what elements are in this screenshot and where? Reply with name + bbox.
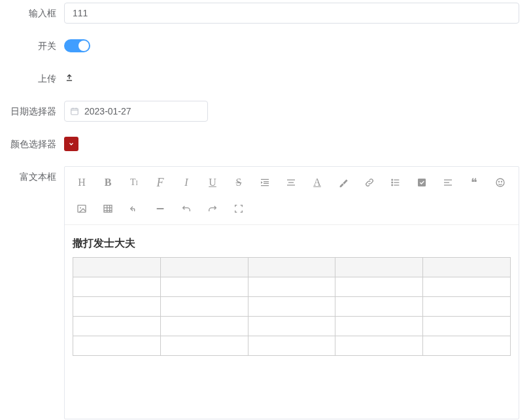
redo-icon[interactable] xyxy=(199,196,226,222)
svg-rect-8 xyxy=(78,205,86,213)
strikethrough-icon[interactable]: S xyxy=(226,169,252,196)
table-cell xyxy=(335,277,423,297)
bold-icon[interactable]: B xyxy=(95,169,121,196)
table-cell xyxy=(248,277,335,297)
table-icon[interactable] xyxy=(95,196,121,222)
font-family-icon[interactable]: F xyxy=(147,169,173,196)
color-picker[interactable] xyxy=(64,137,78,151)
svg-rect-4 xyxy=(418,179,426,186)
svg-point-6 xyxy=(498,181,499,182)
align-left-icon[interactable] xyxy=(435,169,461,196)
svg-point-5 xyxy=(496,179,504,186)
svg-rect-0 xyxy=(71,109,78,114)
richtext-label: 富文本框 xyxy=(9,166,64,187)
quote-icon[interactable]: ❝ xyxy=(461,169,487,196)
underline-icon[interactable]: U xyxy=(199,169,226,196)
table-cell xyxy=(423,297,511,317)
table-cell xyxy=(73,297,161,317)
emoji-icon[interactable] xyxy=(487,169,513,196)
table-cell xyxy=(160,336,248,356)
editor-toolbar: H B TI F I U S A xyxy=(65,167,519,225)
editor-content[interactable]: 撒打发士大夫 xyxy=(65,225,519,419)
indent-icon[interactable] xyxy=(252,169,278,196)
table-header-cell xyxy=(73,258,161,277)
table-cell xyxy=(335,317,423,336)
chevron-down-icon xyxy=(68,141,75,147)
list-icon[interactable] xyxy=(383,169,409,196)
table-header-cell xyxy=(160,258,248,277)
table-cell xyxy=(423,317,511,336)
table-cell xyxy=(160,277,248,297)
input-label: 输入框 xyxy=(9,3,64,24)
upload-label: 上传 xyxy=(9,68,64,89)
switch-knob xyxy=(78,41,89,51)
highlight-icon[interactable] xyxy=(330,169,356,196)
font-size-icon[interactable]: TI xyxy=(121,169,147,196)
svg-point-9 xyxy=(80,207,81,209)
svg-point-3 xyxy=(392,184,393,186)
calendar-icon xyxy=(70,107,79,116)
table-cell xyxy=(248,317,335,336)
text-input[interactable] xyxy=(64,3,519,24)
checklist-icon[interactable] xyxy=(409,169,435,196)
table-cell xyxy=(335,297,423,317)
svg-point-2 xyxy=(392,182,393,183)
code-icon[interactable] xyxy=(121,196,147,222)
fullscreen-icon[interactable] xyxy=(226,196,252,222)
date-label: 日期选择器 xyxy=(9,101,64,122)
table-cell xyxy=(248,297,335,317)
font-color-icon[interactable]: A xyxy=(304,169,330,196)
image-icon[interactable] xyxy=(69,196,95,222)
heading-icon[interactable]: H xyxy=(69,169,95,196)
table-cell xyxy=(73,336,161,356)
italic-icon[interactable]: I xyxy=(173,169,199,196)
table-cell xyxy=(160,297,248,317)
color-label: 颜色选择器 xyxy=(9,133,64,154)
hr-icon[interactable] xyxy=(147,196,173,222)
link-icon[interactable] xyxy=(356,169,383,196)
table-header-cell xyxy=(335,258,423,277)
upload-icon[interactable] xyxy=(64,73,75,83)
svg-point-1 xyxy=(392,179,393,181)
switch-label: 开关 xyxy=(9,35,64,56)
switch-toggle[interactable] xyxy=(64,39,90,52)
date-picker[interactable]: 2023-01-27 xyxy=(64,101,208,122)
table-cell xyxy=(73,277,161,297)
undo-icon[interactable] xyxy=(173,196,199,222)
align-icon[interactable] xyxy=(278,169,304,196)
table-cell xyxy=(248,336,335,356)
svg-rect-10 xyxy=(104,205,112,213)
table-cell xyxy=(423,336,511,356)
table-cell xyxy=(335,336,423,356)
table-header-cell xyxy=(423,258,511,277)
svg-point-7 xyxy=(501,181,502,182)
table-cell xyxy=(423,277,511,297)
editor-text: 撒打发士大夫 xyxy=(73,237,511,251)
content-table xyxy=(73,257,511,356)
date-value: 2023-01-27 xyxy=(84,106,131,116)
table-header-cell xyxy=(248,258,335,277)
richtext-editor: H B TI F I U S A xyxy=(64,166,519,419)
table-cell xyxy=(160,317,248,336)
table-cell xyxy=(73,317,161,336)
